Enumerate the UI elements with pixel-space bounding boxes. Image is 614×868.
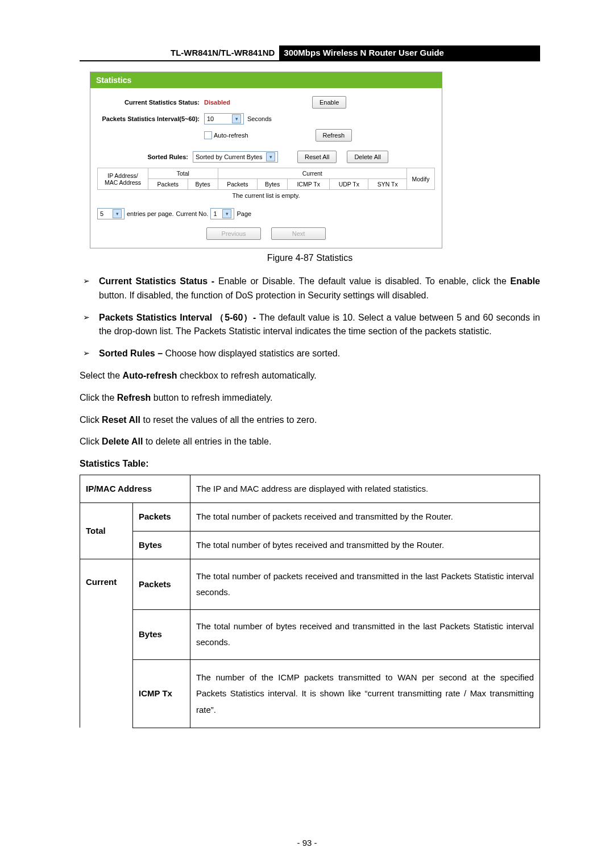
def-cur-packets-key: Packets [133, 559, 190, 609]
def-row-current-packets: Current Packets The total number of pack… [80, 559, 540, 609]
interval-value: 10 [207, 115, 230, 122]
def-total-packets-val: The total number of packets received and… [190, 503, 540, 531]
col-cur-udp: UDP Tx [330, 179, 368, 190]
entries-per-page-value: 5 [100, 210, 110, 217]
figure-caption: Figure 4-87 Statistics [80, 253, 540, 263]
col-total-packets: Packets [148, 179, 188, 190]
refresh-button[interactable]: Refresh [316, 129, 352, 142]
bullet-interval-term: Packets Statistics Interval （5-60）- [99, 313, 259, 322]
def-row-current-icmp: ICMP Tx The number of the ICMP packets t… [80, 659, 540, 728]
empty-list-text: The current list is empty. [97, 190, 435, 205]
interval-label: Packets Statistics Interval(5~60): [97, 115, 204, 122]
bullet-sorted-text: Choose how displayed statistics are sort… [165, 348, 340, 358]
page-text: Page [237, 210, 251, 217]
para-resetall: Click Reset All to reset the values of a… [80, 413, 540, 427]
def-cur-bytes-val: The total number of bytes received and t… [190, 609, 540, 659]
col-cur-icmp: ICMP Tx [288, 179, 330, 190]
bullet-status-term: Current Statistics Status - [99, 276, 218, 286]
model-number: TL-WR841N/TL-WR841ND [171, 45, 279, 60]
next-button[interactable]: Next [271, 227, 326, 240]
status-label: Current Statistics Status: [97, 99, 204, 106]
def-row-ipmac: IP/MAC Address The IP and MAC address ar… [80, 475, 540, 503]
page-value: 1 [213, 210, 220, 217]
col-modify: Modify [407, 168, 435, 190]
page-select[interactable]: 1 ▾ [210, 208, 234, 219]
col-total: Total [148, 168, 218, 179]
def-total-bytes-key: Bytes [133, 531, 190, 559]
bullet-status-enable: Enable [511, 276, 540, 286]
col-cur-packets: Packets [218, 179, 258, 190]
def-current: Current [80, 559, 133, 728]
interval-select[interactable]: 10 ▾ [204, 113, 244, 124]
doc-header: TL-WR841N/TL-WR841ND 300Mbps Wireless N … [171, 45, 540, 60]
entries-text: entries per page. [127, 210, 174, 217]
para-autorefresh: Select the Auto-refresh checkbox to refr… [80, 369, 540, 383]
bullet-status: Current Statistics Status - Enable or Di… [80, 275, 540, 303]
bullet-interval: Packets Statistics Interval （5-60）- The … [80, 311, 540, 339]
chevron-down-icon: ▾ [113, 209, 122, 218]
def-row-total-packets: Total Packets The total number of packet… [80, 503, 540, 531]
status-value: Disabled [204, 99, 289, 106]
def-ipmac-val: The IP and MAC address are displayed wit… [190, 475, 540, 503]
stats-table-heading: Statistics Table: [80, 457, 540, 471]
explanation-list: Current Statistics Status - Enable or Di… [80, 275, 540, 361]
entries-per-page-select[interactable]: 5 ▾ [97, 208, 125, 219]
statistics-screenshot: Statistics Current Statistics Status: Di… [90, 72, 442, 248]
def-row-current-bytes: Bytes The total number of bytes received… [80, 609, 540, 659]
enable-button[interactable]: Enable [312, 96, 346, 109]
sorted-label: Sorted Rules: [97, 153, 193, 160]
para-refresh: Click the Refresh button to refresh imme… [80, 391, 540, 405]
col-cur-bytes: Bytes [258, 179, 288, 190]
bullet-status-text2: button. If disabled, the function of DoS… [99, 290, 429, 300]
chevron-down-icon: ▾ [232, 114, 241, 123]
def-total-packets-key: Packets [133, 503, 190, 531]
interval-unit: Seconds [247, 115, 272, 122]
pager: 5 ▾ entries per page. Current No. 1 ▾ Pa… [97, 208, 435, 219]
autorefresh-checkbox[interactable] [204, 131, 212, 139]
def-cur-icmp-key: ICMP Tx [133, 659, 190, 728]
chevron-down-icon: ▾ [222, 209, 231, 218]
panel-title: Statistics [90, 72, 442, 88]
def-cur-icmp-val: The number of the ICMP packets transmitt… [190, 659, 540, 728]
col-current: Current [218, 168, 406, 179]
sorted-value: Sorted by Current Bytes [196, 153, 264, 160]
def-cur-packets-val: The total number of packets received and… [190, 559, 540, 609]
page-number: - 93 - [0, 838, 614, 848]
bullet-sorted: Sorted Rules – Choose how displayed stat… [80, 347, 540, 361]
def-total: Total [80, 503, 133, 559]
currentno-text: Current No. [176, 210, 209, 217]
bullet-status-text1: Enable or Disable. The default value is … [218, 276, 511, 286]
previous-button[interactable]: Previous [206, 227, 261, 240]
definition-table: IP/MAC Address The IP and MAC address ar… [80, 475, 540, 728]
def-row-total-bytes: Bytes The total number of bytes received… [80, 531, 540, 559]
sorted-select[interactable]: Sorted by Current Bytes ▾ [193, 151, 278, 163]
def-cur-bytes-key: Bytes [133, 609, 190, 659]
col-cur-syn: SYN Tx [368, 179, 407, 190]
bullet-sorted-term: Sorted Rules – [99, 348, 165, 358]
header-rule [80, 60, 540, 61]
def-ipmac-key: IP/MAC Address [80, 475, 190, 503]
col-total-bytes: Bytes [188, 179, 218, 190]
chevron-down-icon: ▾ [266, 152, 275, 161]
def-total-bytes-val: The total number of bytes received and t… [190, 531, 540, 559]
reset-all-button[interactable]: Reset All [297, 151, 337, 163]
autorefresh-label: Auto-refresh [214, 132, 248, 139]
stats-table: IP Address/ MAC Address Total Current Mo… [97, 168, 435, 190]
delete-all-button[interactable]: Delete All [347, 151, 388, 163]
para-deleteall: Click Delete All to delete all entries i… [80, 435, 540, 449]
doc-title: 300Mbps Wireless N Router User Guide [279, 45, 540, 60]
col-address: IP Address/ MAC Address [98, 168, 148, 190]
